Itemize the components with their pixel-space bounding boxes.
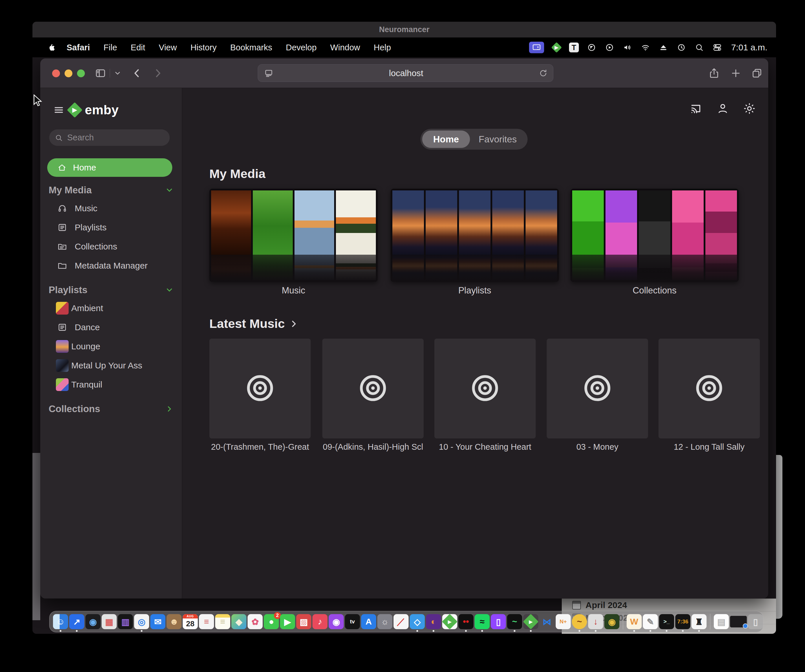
volume-icon[interactable] — [622, 42, 633, 52]
location-icon[interactable] — [586, 42, 597, 52]
dock-calendar-icon[interactable]: AUG28 — [183, 614, 198, 629]
dock-system-settings-icon[interactable]: ☼ — [377, 614, 393, 629]
sidebar-toggle-icon[interactable] — [94, 67, 107, 79]
dock-maps-guidance-icon[interactable]: ↗ — [69, 614, 84, 629]
menu-history[interactable]: History — [191, 43, 217, 52]
menu-help[interactable]: Help — [374, 43, 391, 52]
sidebar-item-music[interactable]: Music — [49, 201, 174, 216]
search-input[interactable] — [67, 133, 163, 143]
dock-maps-icon[interactable]: ◆ — [232, 614, 246, 629]
latest-music-tile[interactable] — [659, 339, 760, 438]
dock-emby-active-icon[interactable]: ▶ — [523, 614, 538, 629]
time-machine-icon[interactable] — [676, 42, 687, 52]
dock-textedit-icon[interactable]: ✎ — [643, 614, 658, 629]
menu-file[interactable]: File — [104, 43, 117, 52]
dock-trash-icon[interactable]: ▯ — [748, 614, 763, 629]
dock-reminders-icon[interactable]: ≡ — [199, 614, 214, 629]
dock-jdownloader-icon[interactable]: ◉ — [605, 614, 619, 629]
dock-robot-app-icon[interactable]: •• — [458, 614, 473, 629]
dock-document-icon[interactable]: ▤ — [714, 614, 729, 629]
dock-launchpad-icon[interactable]: ▦ — [102, 614, 117, 629]
media-card-collections[interactable] — [570, 189, 739, 282]
sidebar-section-playlists[interactable]: Playlists — [49, 284, 174, 297]
dock-brain-app-icon[interactable]: ◐ — [426, 614, 441, 629]
dock-n-plus-icon[interactable]: N+ — [556, 614, 571, 629]
tab-overview-button[interactable] — [750, 67, 764, 80]
dock-facetime-icon[interactable]: ▶ — [280, 614, 295, 629]
emby-tray-icon[interactable]: ▶ — [552, 43, 562, 52]
apple-menu-icon[interactable] — [48, 43, 58, 52]
media-card-playlists[interactable] — [391, 189, 559, 282]
new-tab-button[interactable] — [729, 67, 742, 80]
dock-app-store-icon[interactable]: A — [361, 614, 376, 629]
finder-group-row[interactable]: April 2024 — [562, 599, 776, 611]
sidebar-item-home[interactable]: Home — [47, 158, 172, 177]
dock-status-widget-icon[interactable]: 7:36 — [675, 614, 690, 629]
user-icon[interactable] — [716, 102, 730, 116]
cast-icon[interactable] — [690, 102, 703, 116]
dock-mission-control-icon[interactable]: ▥ — [118, 614, 133, 629]
eject-icon[interactable] — [658, 42, 669, 52]
spotlight-icon[interactable] — [694, 42, 705, 52]
dock-safari-icon[interactable]: ◎ — [134, 614, 149, 629]
sidebar-section-collections[interactable]: Collections — [49, 403, 174, 415]
dock-download-app-icon[interactable]: ↓ — [588, 614, 603, 629]
sidebar-item-metadata-manager[interactable]: Metadata Manager — [49, 259, 174, 273]
dock-bluesky-icon[interactable]: ⋈ — [539, 614, 555, 629]
dock-finder-icon[interactable]: ☺ — [53, 614, 68, 629]
dock-wavebox-icon[interactable]: W — [627, 614, 642, 629]
menu-safari[interactable]: Safari — [67, 43, 90, 52]
sidebar-item-ambient[interactable]: Ambient — [49, 301, 174, 315]
dock-emby-icon[interactable]: ▶ — [442, 614, 457, 629]
latest-music-tile[interactable] — [209, 339, 311, 438]
dock-messages-icon[interactable]: ●2 — [264, 614, 279, 629]
traffic-light-minimize-button[interactable] — [64, 69, 72, 77]
forward-button[interactable] — [151, 67, 164, 80]
traffic-light-close-button[interactable] — [52, 69, 60, 77]
menu-view[interactable]: View — [159, 43, 177, 52]
dock-music-icon[interactable]: ♪ — [312, 614, 327, 629]
dock-notes-icon[interactable]: ≡ — [215, 614, 230, 629]
share-button[interactable] — [707, 66, 721, 80]
dock-audio-hijack-icon[interactable]: ~ — [572, 614, 587, 629]
dock-tv-icon[interactable]: tv — [345, 614, 360, 629]
sidebar-item-tranquil[interactable]: Tranquil — [49, 377, 174, 392]
dock-photos-icon[interactable]: ✿ — [248, 614, 263, 629]
back-button[interactable] — [131, 67, 143, 80]
dock-minimized-window-icon[interactable] — [730, 616, 747, 628]
dock-photo-booth-icon[interactable]: ▨ — [296, 614, 311, 629]
screen-sharing-titlebar[interactable]: Neuromancer — [33, 22, 776, 38]
dock-mail-icon[interactable]: ✉ — [150, 614, 165, 629]
sidebar-section-my-media[interactable]: My Media — [49, 184, 174, 197]
dock-terminal-icon[interactable]: >_ — [659, 614, 674, 629]
sidebar-item-dance[interactable]: Dance — [49, 320, 174, 334]
dock-contacts-icon[interactable]: ☻ — [166, 614, 182, 629]
textexpander-icon[interactable]: T — [569, 43, 579, 52]
latest-music-heading[interactable]: Latest Music — [209, 316, 299, 331]
sidebar-chevron-down-icon[interactable] — [113, 69, 122, 77]
screen-sharing-icon[interactable] — [529, 42, 544, 53]
menu-bookmarks[interactable]: Bookmarks — [230, 43, 272, 52]
traffic-light-zoom-button[interactable] — [77, 69, 85, 77]
sidebar-item-lounge[interactable]: Lounge — [49, 339, 174, 354]
control-center-icon[interactable] — [712, 42, 723, 52]
dock-pen-editor-icon[interactable]: ／ — [394, 614, 409, 629]
dock-podcasts-icon[interactable]: ◉ — [329, 614, 344, 629]
player-icon[interactable] — [605, 42, 615, 52]
dock-dictation-robot-icon[interactable]: ♜ — [692, 614, 706, 629]
sidebar-item-metal-up-your-ass[interactable]: Metal Up Your Ass — [49, 358, 174, 373]
latest-music-tile[interactable] — [322, 339, 424, 438]
menu-window[interactable]: Window — [330, 43, 360, 52]
dock-monitor-app-icon[interactable]: ~ — [507, 614, 522, 629]
media-card-music[interactable] — [209, 189, 378, 282]
dock-siri-icon[interactable]: ◉ — [85, 614, 100, 629]
dock-twitch-icon[interactable]: ▯ — [491, 614, 506, 629]
tab-favorites[interactable]: Favorites — [470, 134, 526, 145]
menubar-clock[interactable]: 7:01 a.m. — [731, 43, 767, 52]
tab-home[interactable]: Home — [422, 131, 470, 148]
dock-freeform-icon[interactable]: ◇ — [410, 614, 425, 629]
sidebar-item-collections[interactable]: Collections — [49, 239, 174, 254]
address-bar[interactable]: localhost — [258, 64, 554, 82]
search-box[interactable] — [49, 129, 170, 146]
hamburger-menu-icon[interactable] — [53, 104, 65, 116]
